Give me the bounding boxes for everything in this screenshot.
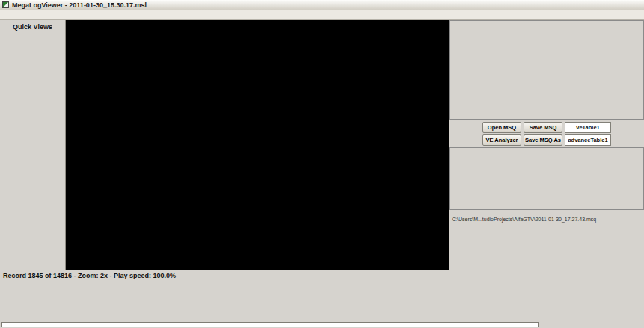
advance-table-window <box>449 147 644 210</box>
ve-table-window <box>449 20 644 120</box>
msq-button-block: Open MSQ Save MSQ veTable1 VE Analyzer S… <box>449 122 644 147</box>
gauge-panel <box>0 280 644 321</box>
title-bar: MegaLogViewer - 2011-01-30_15.30.17.msl <box>0 0 644 10</box>
playback-strip <box>0 321 644 328</box>
save-msq-button[interactable]: Save MSQ <box>524 122 562 133</box>
status-row: Record 1845 of 14816 - Zoom: 2x - Play s… <box>0 270 644 280</box>
save-msq-as-button[interactable]: Save MSQ As <box>524 134 562 146</box>
quick-views-panel: Quick Views <box>0 20 66 270</box>
msq-file-path: C:\Users\M...tudioProjects\AlfaGTV\2011-… <box>452 217 596 222</box>
quick-views-title: Quick Views <box>0 23 65 31</box>
tab-vetable1[interactable]: veTable1 <box>565 122 611 133</box>
menu-bar <box>0 10 644 20</box>
app-icon <box>2 1 9 8</box>
seek-bar[interactable] <box>1 322 539 327</box>
ve-analyzer-button[interactable]: VE Analyzer <box>482 134 521 146</box>
record-status-text: Record 1845 of 14816 - Zoom: 2x - Play s… <box>3 272 176 279</box>
window-title: MegaLogViewer - 2011-01-30_15.30.17.msl <box>12 1 147 9</box>
right-panel: Open MSQ Save MSQ veTable1 VE Analyzer S… <box>449 20 644 270</box>
open-msq-button[interactable]: Open MSQ <box>482 122 521 133</box>
chart-area[interactable] <box>66 20 449 270</box>
tab-advancetable1[interactable]: advanceTable1 <box>565 134 611 146</box>
